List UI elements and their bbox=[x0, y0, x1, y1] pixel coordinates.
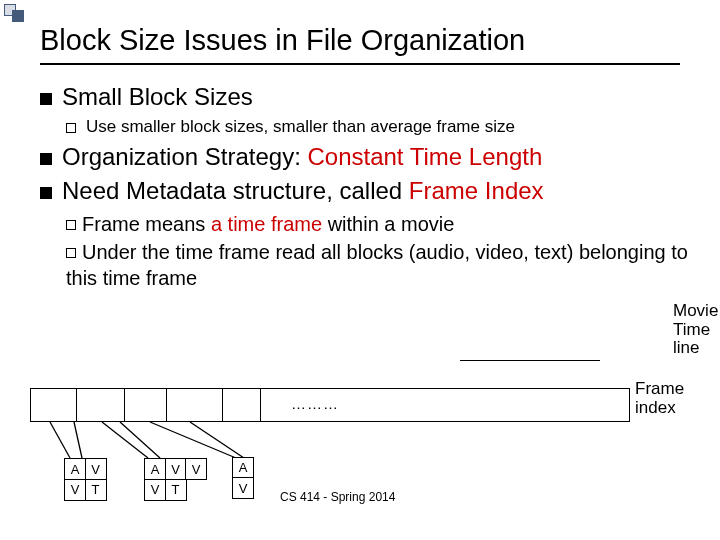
block-cell: A bbox=[144, 458, 166, 480]
block-cell: V bbox=[64, 479, 86, 501]
bullet-text: Need Metadata structure, called Frame In… bbox=[62, 177, 544, 205]
hollow-square-bullet-icon bbox=[66, 220, 76, 230]
connector-lines bbox=[30, 422, 330, 462]
bullet-frame-means: Frame means a time frame within a movie bbox=[66, 211, 702, 237]
slide-body: Block Size Issues in File Organization S… bbox=[0, 0, 720, 303]
frame-index-row: ……… bbox=[30, 388, 630, 422]
frame-cell bbox=[167, 389, 223, 421]
slide-title: Block Size Issues in File Organization bbox=[40, 24, 702, 57]
hollow-square-bullet-icon bbox=[66, 248, 76, 258]
block-cell: V bbox=[232, 477, 254, 499]
bullet-small-block-sizes: Small Block Sizes bbox=[40, 83, 702, 111]
slide-footer: CS 414 - Spring 2014 bbox=[280, 490, 395, 504]
block-cell: V bbox=[85, 458, 107, 480]
movie-timeline-line bbox=[460, 360, 600, 361]
block-cell: V bbox=[144, 479, 166, 501]
frame-cell bbox=[77, 389, 125, 421]
svg-line-1 bbox=[74, 422, 82, 458]
block-cell: A bbox=[232, 457, 254, 479]
block-cell: T bbox=[165, 479, 187, 501]
bullet-org-strategy: Organization Strategy: Constant Time Len… bbox=[40, 143, 702, 171]
frame-cell bbox=[31, 389, 77, 421]
bullet-text: Under the time frame read all blocks (au… bbox=[66, 239, 702, 291]
bullet-use-smaller: Use smaller block sizes, smaller than av… bbox=[66, 117, 702, 137]
square-bullet-icon bbox=[40, 187, 52, 199]
bullet-need-metadata: Need Metadata structure, called Frame In… bbox=[40, 177, 702, 205]
block-cell: V bbox=[165, 458, 187, 480]
square-bullet-icon bbox=[40, 153, 52, 165]
svg-line-5 bbox=[190, 422, 244, 458]
svg-line-2 bbox=[102, 422, 148, 458]
title-rule bbox=[40, 63, 680, 65]
bullet-text: Use smaller block sizes, smaller than av… bbox=[86, 117, 515, 137]
ellipsis: ……… bbox=[291, 395, 339, 412]
label-frame-index: Frame index bbox=[635, 380, 720, 417]
frame-cell bbox=[125, 389, 167, 421]
svg-line-4 bbox=[150, 422, 236, 458]
frame-index-diagram: ……… bbox=[30, 388, 700, 422]
bullet-text: Small Block Sizes bbox=[62, 83, 253, 111]
label-movie-timeline: Movie Time line bbox=[673, 302, 720, 358]
frame-cell bbox=[223, 389, 261, 421]
hollow-square-bullet-icon bbox=[66, 123, 76, 133]
corner-graphic bbox=[4, 4, 32, 28]
block-group-2: A V V V T bbox=[144, 458, 207, 501]
block-group-1: A V V T bbox=[64, 458, 107, 501]
bullet-text: Frame means a time frame within a movie bbox=[66, 211, 454, 237]
block-group-3: A V bbox=[232, 458, 254, 499]
block-cell: T bbox=[85, 479, 107, 501]
square-bullet-icon bbox=[40, 93, 52, 105]
block-cell: A bbox=[64, 458, 86, 480]
block-cell: V bbox=[185, 458, 207, 480]
bullet-under-frame: Under the time frame read all blocks (au… bbox=[66, 239, 702, 291]
bullet-text: Organization Strategy: Constant Time Len… bbox=[62, 143, 542, 171]
svg-line-0 bbox=[50, 422, 70, 458]
